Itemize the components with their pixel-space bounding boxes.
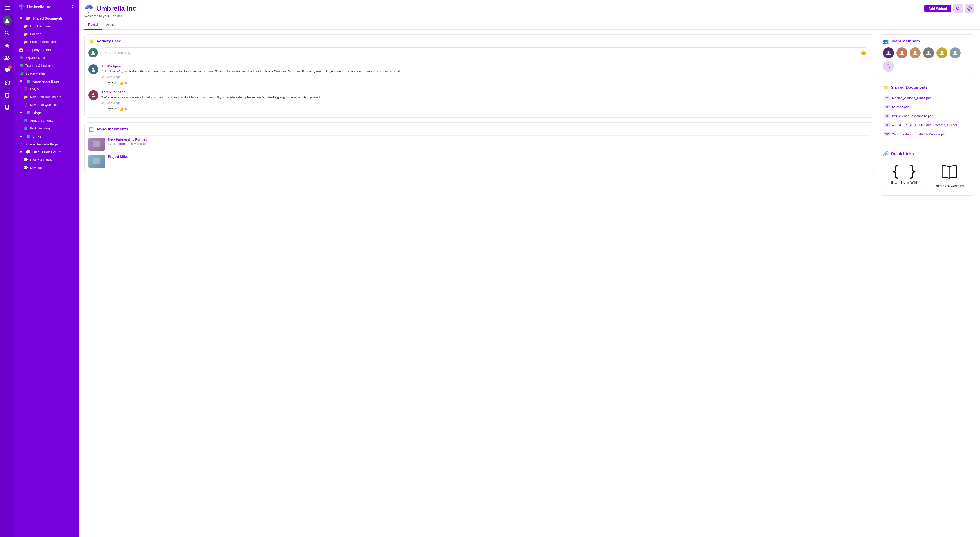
doc-name-4[interactable]: 46024_FP_BOQ_360 Cada - Toronto, ON.pdf bbox=[892, 123, 957, 127]
nav-label-links: Links bbox=[32, 134, 41, 138]
like-button-2[interactable]: 👍 0 bbox=[119, 107, 127, 111]
sidebar-item-links[interactable]: ▸ ▦ Links bbox=[16, 132, 77, 140]
nav-label-faqs: FAQ's bbox=[30, 87, 38, 91]
like-icon: 👍 bbox=[119, 81, 124, 85]
favorites-button[interactable] bbox=[2, 40, 13, 51]
team-member-2[interactable] bbox=[896, 48, 907, 59]
sidebar-item-policies[interactable]: 📁 Policies bbox=[21, 30, 77, 38]
team-member-1[interactable] bbox=[883, 48, 894, 59]
feed-author-2: Karen Johnson bbox=[101, 90, 870, 94]
chevron-down-icon: ▾ bbox=[19, 110, 23, 115]
add-widget-button[interactable]: Add Widget bbox=[924, 5, 951, 13]
quick-link-menu-2[interactable]: ⋮ bbox=[964, 162, 968, 167]
top-bar: ☂️ Umbrella Inc Add Widget bbox=[79, 0, 980, 13]
sidebar-item-health-safety[interactable]: 💬 Health & Safety bbox=[21, 156, 77, 164]
sidebar-item-new-staff-documents[interactable]: 📁 New Staff Documents bbox=[21, 93, 77, 101]
sidebar-item-shared-documents[interactable]: ▾ 📁 Shared Documents bbox=[16, 14, 77, 22]
sidebar-item-space-umbrella-project[interactable]: ☑ Space Umbrella Project bbox=[16, 140, 77, 148]
shared-documents-header: 📁 Shared Documents ⋮ bbox=[883, 84, 970, 90]
main-content: ☂️ Umbrella Inc Add Widget Welcome to yo… bbox=[79, 0, 980, 537]
quick-links-menu-button[interactable]: ⋮ bbox=[966, 151, 970, 156]
doc-name-3[interactable]: B2B-client-questionnaire.pdf bbox=[892, 114, 932, 118]
sidebar-item-new-ideas[interactable]: 💬 New Ideas bbox=[21, 164, 77, 172]
sidebar-options-button[interactable]: ⋮ bbox=[70, 5, 75, 10]
sidebar-item-expenses-form[interactable]: ▦ Expenses Form bbox=[16, 54, 77, 62]
sidebar-item-discussion-forum[interactable]: ▾ 💬 Discussion Forum bbox=[16, 148, 77, 156]
doc-menu-button-2[interactable]: ⋮ bbox=[965, 104, 969, 110]
team-member-5[interactable] bbox=[936, 48, 947, 59]
doc-item-left-3: PDF B2B-client-questionnaire.pdf bbox=[884, 114, 932, 118]
nav-label-new-ideas: New Ideas bbox=[30, 166, 45, 169]
share-input-field[interactable]: Share Something 😊 bbox=[100, 48, 870, 58]
gear-button[interactable] bbox=[965, 4, 974, 13]
doc-name-5[interactable]: Web-Interface-Handbook-Preview.pdf bbox=[892, 132, 946, 136]
export-button[interactable] bbox=[2, 102, 13, 113]
question-icon: ❓ bbox=[23, 87, 28, 91]
discussion-forum-sub: 💬 Health & Safety 💬 New Ideas bbox=[16, 156, 77, 172]
sidebar-logo[interactable]: ☂️ Umbrella Inc bbox=[18, 4, 51, 11]
announcements-title: 📋 Announcements bbox=[88, 126, 128, 132]
doc-name-2[interactable]: beicase.pdf bbox=[892, 105, 908, 109]
post-options-button-1[interactable]: ⋯ bbox=[101, 81, 104, 84]
hamburger-menu-button[interactable] bbox=[2, 3, 13, 13]
doc-name-1[interactable]: Monica_Adriana_Dinca.pdf bbox=[892, 96, 931, 100]
announcement-thumb-1 bbox=[88, 138, 105, 151]
quick-link-training[interactable]: ⋮ Training & Learning bbox=[928, 160, 970, 191]
team-search-button[interactable] bbox=[883, 61, 894, 72]
sidebar-item-brainstorming[interactable]: ▦ Brainstorming bbox=[21, 124, 77, 132]
people-button[interactable] bbox=[2, 53, 13, 63]
documents-list: PDF Monica_Adriana_Dinca.pdf ⋮ PDF beica… bbox=[883, 94, 970, 138]
announcement-author-link-1[interactable]: Bill Rodgers bbox=[112, 142, 127, 145]
doc-item-4: PDF 46024_FP_BOQ_360 Cada - Toronto, ON.… bbox=[883, 121, 970, 129]
svg-point-22 bbox=[914, 51, 916, 53]
comment-icon: 💬 bbox=[108, 81, 113, 85]
like-button-1[interactable]: 👍 0 bbox=[119, 81, 127, 85]
feed-avatar-2 bbox=[88, 90, 99, 100]
sidebar-item-faqs[interactable]: ❓ FAQ's bbox=[21, 85, 77, 93]
doc-menu-button-1[interactable]: ⋮ bbox=[965, 95, 969, 100]
tab-portal[interactable]: Portal bbox=[84, 20, 102, 30]
search-button[interactable] bbox=[953, 4, 963, 13]
team-member-4[interactable] bbox=[923, 48, 934, 59]
sidebar-item-new-staff-questions[interactable]: ❓ New Staff Questions bbox=[21, 101, 77, 109]
tab-apps[interactable]: Apps bbox=[102, 20, 118, 30]
trash-button[interactable] bbox=[2, 90, 13, 100]
announcements-menu-button[interactable]: ⋮ bbox=[865, 127, 870, 132]
comment-button-2[interactable]: 💬 0 bbox=[108, 107, 116, 111]
svg-rect-1 bbox=[5, 8, 10, 9]
announcement-thumb-2 bbox=[88, 155, 105, 168]
quick-link-menu-1[interactable]: ⋮ bbox=[919, 162, 923, 167]
feed-actions-1: ⋯ 💬 0 👍 0 bbox=[101, 81, 870, 85]
search-nav-button[interactable] bbox=[2, 28, 13, 38]
sidebar-item-space-media[interactable]: ▦ Space Media bbox=[16, 69, 77, 77]
announcement-title-1[interactable]: New Partnership Formed bbox=[108, 138, 870, 142]
sidebar-item-blogs[interactable]: ▾ ▦ Blogs bbox=[16, 109, 77, 116]
svg-point-24 bbox=[941, 51, 943, 53]
team-member-3[interactable] bbox=[910, 48, 921, 59]
feed-text-1: At UmbrellaCo, we believe that everyone … bbox=[101, 69, 870, 74]
shared-documents-menu-button[interactable]: ⋮ bbox=[966, 85, 970, 90]
team-member-6[interactable] bbox=[950, 48, 961, 59]
post-options-button-2[interactable]: ⋯ bbox=[101, 107, 104, 111]
activity-feed-menu-button[interactable]: ⋮ bbox=[865, 39, 870, 44]
sidebar-item-legal-resources[interactable]: 📁 Legal Resources bbox=[21, 22, 77, 30]
feed-post-body-2: Karen Johnson We're looking for voluntee… bbox=[101, 90, 870, 111]
nav-label-expenses-form: Expenses Form bbox=[25, 56, 49, 60]
comment-button-1[interactable]: 💬 0 bbox=[108, 81, 116, 85]
user-avatar[interactable] bbox=[2, 15, 13, 26]
announcement-title-2[interactable]: Project Mile... bbox=[108, 155, 870, 159]
sidebar-item-company-events[interactable]: 📅 Company Events bbox=[16, 46, 77, 54]
team-members-menu-button[interactable]: ⋮ bbox=[966, 39, 970, 44]
quick-link-brainstorm[interactable]: ⋮ { } Brain Storm Wiki bbox=[883, 160, 925, 191]
doc-menu-button-3[interactable]: ⋮ bbox=[965, 113, 969, 118]
sidebar-item-announcements[interactable]: ▦ Announcements bbox=[21, 116, 77, 124]
doc-menu-button-4[interactable]: ⋮ bbox=[965, 122, 969, 127]
doc-menu-button-5[interactable]: ⋮ bbox=[965, 131, 969, 137]
sidebar-item-knowledge-base[interactable]: ▾ ▦ Knowledge Base bbox=[16, 77, 77, 85]
messages-button[interactable]: 0 bbox=[2, 65, 13, 75]
settings-button[interactable] bbox=[2, 77, 13, 88]
sidebar-item-product-brochures[interactable]: 📁 Product Brochures bbox=[21, 38, 77, 46]
quick-link-label-2: Training & Learning bbox=[934, 184, 964, 187]
sidebar-item-training-learning[interactable]: ▦ Training & Learning bbox=[16, 62, 77, 69]
sidebar-navigation: ▾ 📁 Shared Documents 📁 Legal Resources 📁… bbox=[14, 14, 79, 172]
